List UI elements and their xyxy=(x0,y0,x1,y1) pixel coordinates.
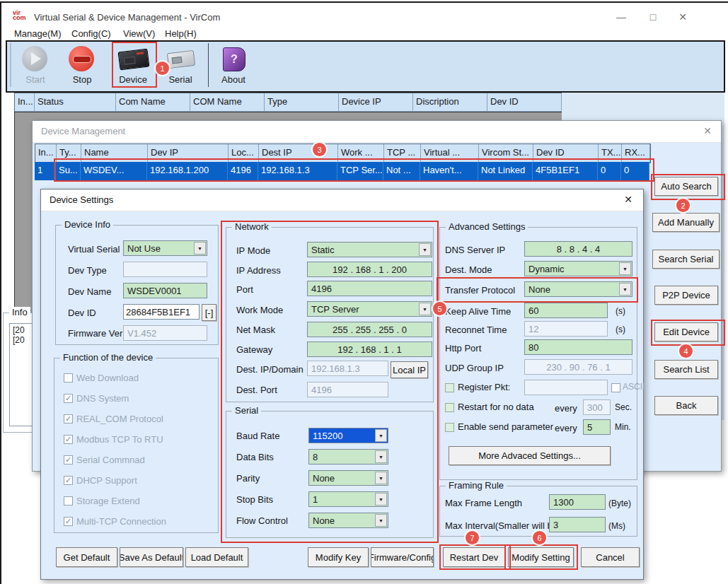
toolbar-stop-label[interactable]: Stop xyxy=(62,74,103,85)
main-col-discription[interactable]: Discription xyxy=(413,93,487,112)
local-ip-button[interactable]: Local IP xyxy=(391,361,428,378)
dm-col-name[interactable]: Name xyxy=(81,144,148,163)
dm-col-rx[interactable]: RX... xyxy=(622,144,650,163)
storage-extend-checkbox[interactable] xyxy=(64,496,73,506)
dm-cell-type[interactable]: Su... xyxy=(56,162,81,180)
chevron-down-icon[interactable]: ▼ xyxy=(419,243,431,256)
dev-name-field[interactable]: WSDEV0001 xyxy=(123,283,207,298)
p2p-device-button[interactable]: P2P Device xyxy=(654,286,718,305)
chevron-down-icon[interactable]: ▼ xyxy=(619,262,631,275)
enable-minutes-field[interactable]: 5 xyxy=(583,419,611,435)
main-col-index[interactable]: In... xyxy=(15,93,35,112)
stop-bits-select[interactable]: 1 ▼ xyxy=(308,491,388,507)
dm-table-row[interactable]: 1 Su... WSDEV... 192.168.1.200 4196 192.… xyxy=(35,162,649,180)
main-col-status[interactable]: Status xyxy=(35,93,116,112)
dm-col-local[interactable]: Loc... xyxy=(229,144,259,163)
net-mask-field[interactable]: 255 . 255 . 255 . 0 xyxy=(307,322,432,337)
chevron-down-icon[interactable]: ▼ xyxy=(375,429,387,442)
device-management-titlebar[interactable]: Device Management ✕ xyxy=(33,121,721,143)
search-serial-button[interactable]: Search Serial xyxy=(652,250,720,269)
close-button[interactable]: ✕ xyxy=(672,10,693,24)
data-bits-select[interactable]: 8 ▼ xyxy=(308,449,388,465)
toolbar-about-label[interactable]: About xyxy=(213,74,254,85)
realcom-protocol-checkbox[interactable] xyxy=(64,414,73,424)
baud-rate-select[interactable]: 115200 ▼ xyxy=(308,428,388,443)
serial-icon[interactable] xyxy=(167,50,195,69)
register-pkt-checkbox[interactable] xyxy=(445,383,454,392)
dhcp-support-checkbox[interactable] xyxy=(64,476,73,485)
start-icon[interactable] xyxy=(22,46,47,71)
get-default-button[interactable]: Get Default xyxy=(56,547,117,567)
enable-send-checkbox[interactable] xyxy=(445,423,454,432)
main-col-type[interactable]: Type xyxy=(265,93,339,112)
max-frame-field[interactable]: 1300 xyxy=(549,494,606,510)
parity-select[interactable]: None ▼ xyxy=(308,470,388,486)
device-settings-close-icon[interactable]: ✕ xyxy=(620,194,636,208)
more-advanced-settings-button[interactable]: More Advaced Settings... xyxy=(449,446,611,465)
chevron-down-icon[interactable]: ▼ xyxy=(419,303,431,315)
menu-config[interactable]: Config(C) xyxy=(71,28,111,39)
chevron-down-icon[interactable]: ▼ xyxy=(375,450,387,463)
dm-cell-name[interactable]: WSDEV... xyxy=(81,162,147,180)
dm-cell-tx[interactable]: 0 xyxy=(598,162,621,180)
dest-mode-select[interactable]: Dynamic ▼ xyxy=(524,261,632,276)
transfer-protocol-select[interactable]: None ▼ xyxy=(524,281,632,297)
chevron-down-icon[interactable]: ▼ xyxy=(375,472,387,484)
keep-alive-field[interactable]: 60 xyxy=(524,303,608,318)
serial-command-checkbox[interactable] xyxy=(64,455,73,465)
dm-col-dev-id[interactable]: Dev ID xyxy=(533,144,599,163)
chevron-down-icon[interactable]: ▼ xyxy=(375,514,387,527)
dm-cell-tcp[interactable]: Not ... xyxy=(383,162,420,180)
modbus-tcp-checkbox[interactable] xyxy=(64,435,73,444)
toolbar-start-label[interactable]: Start xyxy=(15,74,56,85)
device-management-close-icon[interactable]: ✕ xyxy=(700,125,715,139)
flow-control-select[interactable]: None ▼ xyxy=(308,513,388,528)
work-mode-select[interactable]: TCP Server ▼ xyxy=(307,301,432,317)
minimize-button[interactable]: — xyxy=(611,10,632,24)
dm-cell-local[interactable]: 4196 xyxy=(228,162,258,180)
maximize-button[interactable]: □ xyxy=(642,10,664,24)
restart-dev-button[interactable]: Restart Dev xyxy=(443,547,505,567)
multi-tcp-checkbox[interactable] xyxy=(64,517,73,526)
stop-icon[interactable] xyxy=(69,46,94,71)
port-field[interactable]: 4196 xyxy=(307,281,432,296)
dev-id-field[interactable]: 28684F5B1EF1 xyxy=(123,304,200,320)
search-list-button[interactable]: Search List xyxy=(654,360,718,379)
ip-address-field[interactable]: 192 . 168 . 1 . 200 xyxy=(307,262,432,277)
ip-mode-select[interactable]: Static ▼ xyxy=(307,242,432,257)
http-port-field[interactable]: 80 xyxy=(524,339,632,355)
dm-col-vircom-st[interactable]: Vircom St... xyxy=(479,144,533,163)
device-settings-titlebar[interactable]: Device Settings ✕ xyxy=(41,189,643,211)
dm-col-dest-ip[interactable]: Dest IP xyxy=(259,144,338,163)
dm-col-tx[interactable]: TX... xyxy=(599,144,622,163)
dns-server-field[interactable]: 8 . 8 . 4 . 4 xyxy=(524,241,632,257)
chevron-down-icon[interactable]: ▼ xyxy=(375,493,387,506)
main-col-com-name2[interactable]: COM Name xyxy=(190,93,265,112)
dm-cell-dev-ip[interactable]: 192.168.1.200 xyxy=(147,162,228,180)
menu-view[interactable]: View(V) xyxy=(123,28,155,39)
max-interval-field[interactable]: 3 xyxy=(549,517,606,532)
auto-search-button[interactable]: Auto Search xyxy=(654,177,718,196)
dm-col-tcp[interactable]: TCP ... xyxy=(384,144,421,163)
menu-help[interactable]: Help(H) xyxy=(165,28,197,39)
dev-id-minus-button[interactable]: [-] xyxy=(202,304,216,321)
dm-cell-vircom-st[interactable]: Not Linked xyxy=(478,162,533,180)
dm-col-virtual[interactable]: Virtual ... xyxy=(421,144,479,163)
load-default-button[interactable]: Load Default xyxy=(185,547,248,567)
add-manually-button[interactable]: Add Manually xyxy=(652,213,720,232)
back-button[interactable]: Back xyxy=(654,396,718,415)
main-col-dev-id[interactable]: Dev ID xyxy=(487,93,562,112)
firmware-config-button[interactable]: Firmware/Config xyxy=(371,547,434,567)
dm-cell-dest-ip[interactable]: 192.168.1.3 xyxy=(258,162,337,180)
main-col-com-name[interactable]: Com Name xyxy=(116,93,190,112)
chevron-down-icon[interactable]: ▼ xyxy=(194,242,206,255)
restart-no-data-checkbox[interactable] xyxy=(445,403,454,412)
device-icon[interactable] xyxy=(118,49,150,71)
about-icon[interactable]: ? xyxy=(223,47,245,71)
web-download-checkbox[interactable] xyxy=(64,373,73,382)
dm-col-work-mode[interactable]: Work ... xyxy=(338,144,384,163)
gateway-field[interactable]: 192 . 168 . 1 . 1 xyxy=(307,341,432,357)
dns-system-checkbox[interactable] xyxy=(64,394,73,403)
dm-cell-virtual[interactable]: Haven't... xyxy=(420,162,478,180)
main-col-device-ip[interactable]: Device IP xyxy=(339,93,413,112)
